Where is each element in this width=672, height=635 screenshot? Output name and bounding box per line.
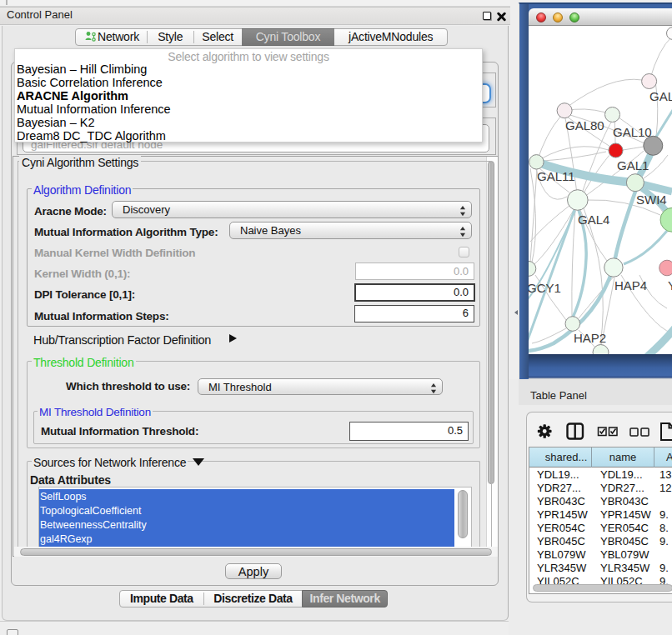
svg-text:SWI4: SWI4 [636, 192, 667, 207]
svg-text:HAP2: HAP2 [574, 331, 606, 345]
svg-text:Y: Y [668, 278, 672, 292]
svg-text:GAL7: GAL7 [649, 89, 672, 103]
svg-text:GAL1: GAL1 [617, 158, 649, 172]
svg-text:GCY1: GCY1 [529, 281, 561, 295]
svg-text:HAP4: HAP4 [614, 278, 647, 292]
svg-text:GAL80: GAL80 [565, 118, 604, 132]
svg-text:GAL10: GAL10 [613, 125, 652, 139]
svg-text:GAL4: GAL4 [578, 212, 609, 227]
svg-text:GAL11: GAL11 [537, 169, 575, 183]
